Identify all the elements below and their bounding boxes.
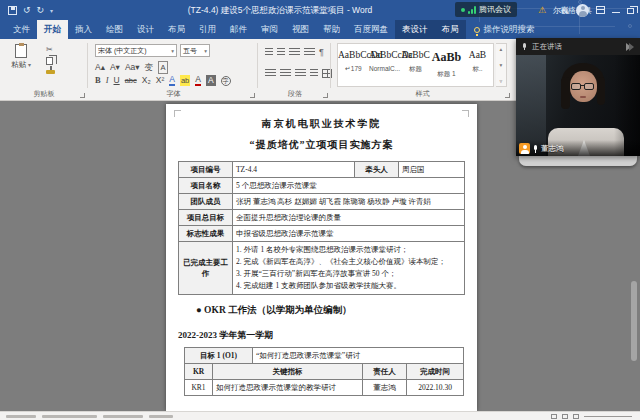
font-dialog-launcher-icon[interactable]: [250, 93, 255, 98]
bullets-button[interactable]: [265, 48, 273, 57]
tab-view[interactable]: 视图: [285, 20, 316, 39]
info-label-project-no[interactable]: 项目编号: [179, 162, 233, 178]
info-label-outcome[interactable]: 标志性成果: [179, 226, 233, 242]
school-title[interactable]: 南京机电职业技术学院: [166, 117, 477, 131]
superscript-button[interactable]: X²: [156, 75, 165, 86]
tencent-meeting-floating-bar[interactable]: 腾讯会议: [455, 2, 517, 17]
work-line[interactable]: 4. 完成组建 1 支教师团队参加省级教学技能大赛。: [236, 280, 461, 292]
line-spacing-button[interactable]: [310, 69, 318, 78]
italic-button[interactable]: I: [106, 75, 109, 86]
font-size-select[interactable]: 五号 ▾: [180, 44, 210, 57]
gallery-up-icon[interactable]: ▴: [500, 46, 503, 52]
info-value-project-no[interactable]: TZ-4.4: [233, 162, 355, 178]
tab-table-design[interactable]: 表设计: [395, 20, 435, 39]
restore-window-icon[interactable]: [627, 8, 634, 14]
kr-header-deadline[interactable]: 完成时间: [407, 364, 464, 380]
font-color-button[interactable]: A: [195, 75, 201, 86]
read-mode-icon[interactable]: [551, 414, 557, 419]
account-user-name[interactable]: 尔巍: [553, 5, 569, 16]
meeting-panel-header[interactable]: 正在讲话: [516, 38, 640, 55]
minimize-icon[interactable]: [612, 8, 620, 13]
tab-layout[interactable]: 布局: [161, 20, 192, 39]
style-item[interactable]: AaB 标..: [462, 44, 493, 86]
info-value-project-name[interactable]: 5 个思想政治课示范课堂: [233, 178, 465, 194]
info-value-outcome[interactable]: 申报省级思想政治课示范课堂: [233, 226, 465, 242]
objective-value[interactable]: “如何打造思政课示范课堂”研讨: [253, 348, 464, 364]
justify-button[interactable]: [295, 69, 306, 78]
tab-baidu-netdisk[interactable]: 百度网盘: [347, 20, 395, 39]
underline-button[interactable]: U: [114, 75, 120, 86]
info-label-project-name[interactable]: 项目名称: [179, 178, 233, 194]
save-icon[interactable]: [8, 6, 17, 15]
kr-header-owner[interactable]: 责任人: [363, 364, 407, 380]
warning-icon[interactable]: ⚠: [538, 0, 546, 20]
align-center-button[interactable]: [280, 69, 291, 78]
style-item[interactable]: AaBbCcDc NormalC...: [369, 44, 400, 86]
info-label-leader[interactable]: 牵头人: [355, 162, 399, 178]
tencent-meeting-video-panel[interactable]: 正在讲话 董志鸿: [516, 38, 640, 156]
kr1-indicator[interactable]: 如何打造思政课示范课堂的教学研讨: [213, 380, 363, 396]
gallery-down-icon[interactable]: ▾: [500, 62, 503, 68]
tab-mailings[interactable]: 邮件: [223, 20, 254, 39]
info-value-team[interactable]: 张玥 董志鸿 高杉 赵媚媚 胡飞霞 陈璐璐 杨玫静 卢璇 许青娟: [233, 194, 465, 210]
customize-qat-icon[interactable]: ▾: [50, 7, 53, 14]
character-border-button[interactable]: A: [158, 61, 168, 74]
web-layout-icon[interactable]: [573, 414, 579, 419]
redo-icon[interactable]: ↻: [37, 3, 45, 17]
undo-icon[interactable]: ↺: [23, 3, 31, 17]
kr1-id[interactable]: KR1: [185, 380, 213, 396]
style-item[interactable]: AaBb 标题 1: [431, 44, 462, 86]
view-controls[interactable]: [551, 414, 632, 419]
format-painter-icon[interactable]: [46, 70, 55, 74]
account-avatar[interactable]: [576, 4, 589, 17]
phonetic-guide-button[interactable]: 变: [145, 62, 154, 73]
info-value-completed-work[interactable]: 1. 外请 1 名校外专家围绕思想政治课示范课堂研讨； 2. 完成《新四军在高淳…: [233, 242, 465, 295]
bold-button[interactable]: B: [95, 75, 101, 86]
paragraph-dialog-launcher-icon[interactable]: [323, 93, 328, 98]
kr1-deadline[interactable]: 2022.10.30: [407, 380, 464, 396]
styles-dialog-launcher-icon[interactable]: [505, 93, 510, 98]
info-label-team[interactable]: 团队成员: [179, 194, 233, 210]
enclose-characters-button[interactable]: 字: [221, 76, 231, 86]
tell-me-search[interactable]: 操作说明搜索: [466, 20, 543, 39]
tab-table-layout[interactable]: 布局: [435, 20, 466, 39]
work-line[interactable]: 1. 外请 1 名校外专家围绕思想政治课示范课堂研讨；: [236, 244, 461, 256]
highlight-color-button[interactable]: ab: [180, 75, 190, 86]
ribbon-display-options-icon[interactable]: [596, 6, 605, 14]
info-value-goal[interactable]: 全面提升思想政治理论课的质量: [233, 210, 465, 226]
tab-review[interactable]: 审阅: [254, 20, 285, 39]
work-line[interactable]: 3. 开展“三百行动”新四军在高淳故事宣讲 50 个；: [236, 268, 461, 280]
subscript-button[interactable]: X₂: [142, 75, 151, 86]
show-marks-button[interactable]: ¶: [319, 47, 324, 57]
info-label-completed-work[interactable]: 已完成主要工作: [179, 242, 233, 295]
tab-design[interactable]: 设计: [130, 20, 161, 39]
increase-indent-button[interactable]: [304, 48, 315, 57]
kr-header[interactable]: KR: [185, 364, 213, 380]
style-item[interactable]: AaBbC 标题: [400, 44, 431, 86]
text-effects-button[interactable]: A: [169, 75, 175, 86]
strikethrough-button[interactable]: abc: [125, 75, 137, 86]
objective-label[interactable]: 目标 1 (O1): [185, 348, 253, 364]
tab-references[interactable]: 引用: [192, 20, 223, 39]
tab-insert[interactable]: 插入: [68, 20, 99, 39]
tab-home[interactable]: 开始: [37, 20, 68, 39]
gallery-more-icon[interactable]: ▿: [500, 78, 503, 84]
print-layout-icon[interactable]: [562, 414, 568, 419]
vertical-scrollbar[interactable]: [631, 281, 637, 361]
numbering-button[interactable]: [277, 48, 285, 57]
clipboard-dialog-launcher-icon[interactable]: [80, 93, 85, 98]
tab-help[interactable]: 帮助: [316, 20, 347, 39]
styles-gallery-scroll[interactable]: ▴ ▾ ▿: [496, 43, 507, 87]
tab-file[interactable]: 文件: [6, 20, 37, 39]
plan-subtitle[interactable]: “提质培优”立项项目实施方案: [166, 138, 477, 152]
copy-icon[interactable]: [46, 57, 53, 65]
info-value-leader[interactable]: 周启国: [399, 162, 465, 178]
document-page[interactable]: 南京机电职业技术学院 “提质培优”立项项目实施方案 项目编号 TZ-4.4 牵头…: [166, 104, 477, 411]
shrink-font-button[interactable]: A▾: [110, 62, 120, 73]
font-name-select[interactable]: 宋体 (中文正文) ▾: [95, 44, 177, 57]
paste-button[interactable]: 粘贴 ▾: [8, 44, 34, 70]
decrease-indent-button[interactable]: [289, 48, 300, 57]
zoom-slider[interactable]: [584, 416, 632, 417]
align-left-button[interactable]: [265, 69, 276, 78]
kr1-owner[interactable]: 董志鸿: [363, 380, 407, 396]
